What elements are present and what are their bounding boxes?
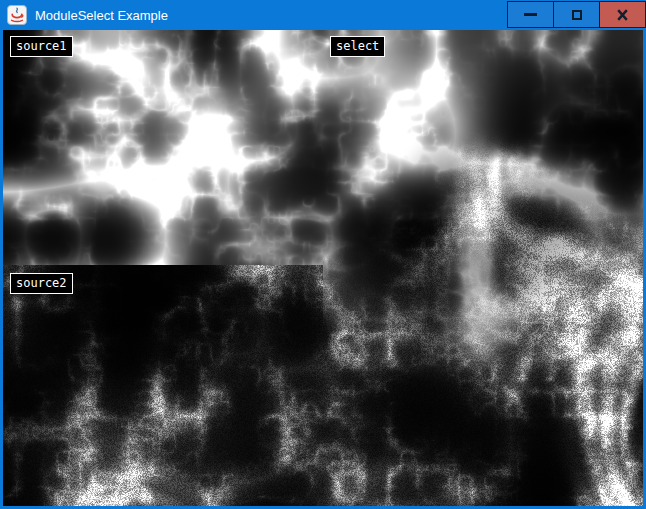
java-app-icon[interactable] [7,5,27,25]
window-title: ModuleSelect Example [35,8,168,23]
window-controls [508,1,646,28]
select-quad-label: select [330,36,385,57]
app-window: ModuleSelect Example source1 select sour… [0,0,646,509]
render-client-area: source1 select source2 [3,30,643,506]
title-bar[interactable]: ModuleSelect Example [0,0,646,30]
maximize-button[interactable] [553,1,600,28]
maximize-icon [572,10,582,20]
noise-render-viewport [3,30,643,506]
source2-quad-label: source2 [10,273,73,294]
minimize-icon [524,13,537,16]
minimize-button[interactable] [507,1,554,28]
close-icon [616,9,629,21]
source1-quad-label: source1 [10,36,73,57]
close-button[interactable] [599,1,646,28]
